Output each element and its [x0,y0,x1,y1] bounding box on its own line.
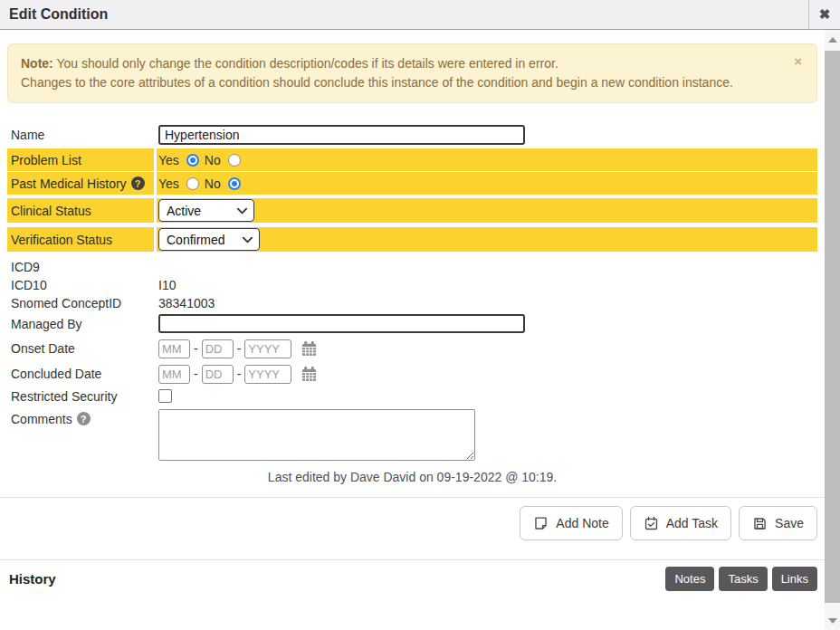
add-task-button[interactable]: Add Task [630,506,731,540]
action-buttons: Add Note Add Task Save [0,506,825,540]
add-task-icon [644,516,659,531]
tasks-button[interactable]: Tasks [719,567,767,591]
scrollbar[interactable] [825,30,840,630]
date-separator: - [237,341,242,356]
calendar-icon[interactable] [301,366,318,383]
onset-month-input[interactable] [158,339,190,358]
scroll-up-icon[interactable] [825,33,840,46]
chevron-down-icon [243,236,253,243]
save-button[interactable]: Save [739,506,817,540]
scroll-down-icon[interactable] [825,615,840,627]
verification-status-select[interactable]: Confirmed [158,228,260,251]
concluded-date-label: Concluded Date [7,363,154,385]
problem-list-yes-radio[interactable] [186,154,199,167]
onset-date-row: Onset Date - - [7,338,817,359]
concluded-month-input[interactable] [158,365,190,384]
pmh-no-label: No [205,177,221,191]
clinical-status-row: Clinical Status Active [7,198,817,223]
date-separator: - [194,367,198,381]
name-row: Name [7,123,817,147]
pmh-yes-radio[interactable] [186,177,199,190]
page-title: Edit Condition [0,6,808,23]
verification-status-row: Verification Status Confirmed [7,227,817,252]
comments-row: Comments ? [7,409,817,461]
icd10-label: ICD10 [7,276,154,294]
chevron-down-icon [237,207,247,215]
history-title: History [9,571,665,587]
history-section: History Notes Tasks Links [0,567,825,591]
last-edited-text: Last edited by Dave David on 09-19-2022 … [0,470,825,484]
icd9-label: ICD9 [7,258,154,276]
links-button[interactable]: Links [772,567,817,591]
dialog-body: Note: You should only change the conditi… [0,31,825,630]
concluded-day-input[interactable] [202,365,234,384]
managed-by-input[interactable] [158,314,525,333]
add-note-label: Add Note [556,516,608,530]
problem-list-label: Problem List [7,148,154,171]
condition-form: Name Problem List Yes No Past Medical Hi… [0,123,825,461]
notes-button[interactable]: Notes [665,567,714,591]
problem-list-yes-label: Yes [158,153,179,167]
name-input[interactable] [158,125,525,145]
problem-list-no-label: No [205,153,221,167]
triangle-down [828,618,837,624]
dialog-header: Edit Condition ✖ [0,0,840,30]
divider [0,559,825,560]
pmh-no-radio[interactable] [228,177,241,190]
verification-status-label: Verification Status [7,227,154,252]
note-text: Note: You should only change the conditi… [21,56,733,90]
date-separator: - [194,341,198,356]
comments-label: Comments [11,412,72,426]
snomed-row: Snomed ConceptID 38341003 [7,294,817,312]
add-note-button[interactable]: Add Note [520,506,622,540]
note-line2: Changes to the core attributes of a cond… [21,75,733,90]
add-note-icon [533,516,549,531]
managed-by-row: Managed By [7,313,817,334]
clinical-status-label: Clinical Status [7,198,154,223]
concluded-date-row: Concluded Date - - [7,363,817,385]
icd9-row: ICD9 [7,258,817,276]
save-icon [752,516,768,531]
clinical-status-value: Active [167,204,201,218]
help-icon[interactable]: ? [77,412,91,425]
calendar-icon[interactable] [301,340,318,358]
restricted-security-row: Restricted Security [7,387,817,405]
note-dismiss-icon[interactable]: × [794,55,802,68]
verification-status-value: Confirmed [167,233,225,247]
icd10-value: I10 [157,276,817,294]
problem-list-no-radio[interactable] [228,154,241,167]
icd9-value [157,258,817,276]
scrollbar-thumb[interactable] [825,51,840,603]
past-medical-history-label: Past Medical History [11,177,127,191]
concluded-year-input[interactable] [244,365,291,384]
restricted-security-label: Restricted Security [7,387,154,405]
triangle-up [828,37,837,43]
note-label: Note: [21,56,53,71]
onset-year-input[interactable] [244,339,291,358]
comments-textarea[interactable] [158,409,475,461]
save-label: Save [775,516,804,530]
note-line1: You should only change the condition des… [53,56,558,71]
managed-by-label: Managed By [7,313,154,334]
divider [0,497,825,498]
pmh-yes-label: Yes [158,177,179,191]
onset-day-input[interactable] [202,339,234,358]
snomed-label: Snomed ConceptID [7,294,154,312]
name-label: Name [7,123,154,147]
onset-date-label: Onset Date [7,338,154,359]
past-medical-history-row: Past Medical History ? Yes No [7,172,817,195]
close-icon[interactable]: ✖ [808,0,840,29]
restricted-security-checkbox[interactable] [158,389,172,403]
note-banner: Note: You should only change the conditi… [7,43,817,103]
clinical-status-select[interactable]: Active [158,199,254,222]
date-separator: - [237,367,242,381]
problem-list-row: Problem List Yes No [7,148,817,171]
help-icon[interactable]: ? [131,177,145,190]
add-task-label: Add Task [666,516,718,530]
icd10-row: ICD10 I10 [7,276,817,294]
snomed-value: 38341003 [157,294,817,312]
